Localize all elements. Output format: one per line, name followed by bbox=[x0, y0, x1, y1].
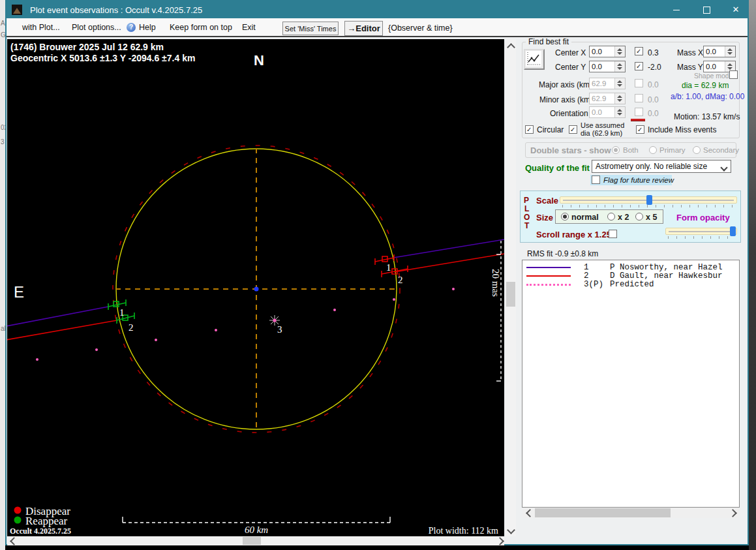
set-miss-times-button[interactable]: Set 'Miss' Times bbox=[282, 22, 339, 35]
size-x2-label: x 2 bbox=[618, 213, 629, 222]
shape-model-label: Shape model bbox=[694, 72, 734, 80]
scroll-up-icon[interactable] bbox=[507, 43, 515, 52]
center-y-fit-checkbox[interactable] bbox=[635, 62, 643, 70]
desktop-sliver bbox=[749, 0, 756, 550]
include-miss-checkbox[interactable] bbox=[636, 125, 644, 134]
east-label: E bbox=[14, 283, 24, 301]
title-bar[interactable]: Plot event observations : Occult v.4.202… bbox=[7, 1, 748, 18]
double-secondary-radio[interactable] bbox=[693, 146, 701, 154]
star-marker-center bbox=[273, 318, 276, 322]
plot-vertical-scrollbar[interactable] bbox=[506, 39, 516, 536]
reappear-legend-label: Reappear bbox=[25, 515, 68, 527]
center-y-label: Center Y bbox=[555, 63, 586, 72]
size-normal-radio[interactable] bbox=[561, 213, 569, 221]
include-miss-label: Include Miss events bbox=[648, 125, 716, 134]
form-opacity-slider[interactable] bbox=[665, 228, 737, 235]
double-primary-radio[interactable] bbox=[649, 146, 657, 154]
scroll-down-icon[interactable] bbox=[507, 526, 515, 534]
mass-x-label: Mass X bbox=[677, 48, 703, 57]
double-both-label: Both bbox=[623, 146, 639, 154]
scroll-range-label: Scroll range x 1.25 bbox=[536, 230, 611, 239]
circular-label: Circular bbox=[537, 125, 564, 134]
scroll-range-checkbox[interactable] bbox=[609, 230, 617, 238]
mass-x-spinner[interactable]: 0.0 bbox=[703, 46, 736, 57]
double-both-radio[interactable] bbox=[612, 146, 620, 154]
disappear-legend-dot bbox=[14, 507, 22, 514]
scroll-right-icon[interactable] bbox=[496, 537, 504, 545]
observer-time-label: {Observer & time} bbox=[388, 23, 453, 33]
plot-horizontal-scrollbar[interactable] bbox=[7, 536, 504, 545]
observer-list-scrollbar[interactable] bbox=[522, 508, 739, 518]
fit-button[interactable] bbox=[524, 49, 545, 70]
app-icon bbox=[12, 5, 22, 15]
size-x5-radio[interactable] bbox=[635, 213, 643, 221]
major-axis-fit-checkbox[interactable] bbox=[635, 79, 643, 87]
find-best-fit-label: Find best fit bbox=[526, 37, 571, 46]
scale-slider[interactable] bbox=[560, 196, 737, 204]
flag-review-checkbox[interactable] bbox=[592, 176, 600, 184]
plot-header-line1: (1746) Brouwer 2025 Jul 12 62.9 km bbox=[10, 42, 164, 52]
shape-model-checkbox[interactable] bbox=[729, 70, 738, 79]
star-label: 3 bbox=[277, 324, 282, 335]
scroll-right-icon[interactable] bbox=[729, 509, 737, 517]
chord1-disappear-label: 1 bbox=[386, 262, 391, 273]
scale-slider-thumb[interactable] bbox=[646, 195, 652, 205]
observer-number: 3(P) bbox=[584, 280, 603, 289]
menu-exit[interactable]: Exit bbox=[242, 23, 256, 32]
center-x-spinner[interactable]: 0.0 bbox=[589, 46, 626, 57]
scroll-left-icon[interactable] bbox=[10, 537, 18, 545]
form-opacity-label: Form opacity bbox=[676, 213, 730, 222]
motion-text: Motion: 13.57 km/s bbox=[674, 112, 740, 121]
mas-scale-label: 20 mas bbox=[491, 269, 501, 297]
background-fragment: 3 bbox=[1, 138, 5, 145]
center-y-spinner[interactable]: 0.0 bbox=[589, 61, 626, 72]
background-window-sliver: A G 02 3 al bbox=[0, 0, 5, 550]
menu-with-plot[interactable]: with Plot... bbox=[22, 23, 60, 32]
orientation-spinner[interactable]: 0.0 bbox=[589, 106, 626, 118]
axis-ratio-text: a/b: 1.00, dMag: 0.00 bbox=[671, 92, 744, 101]
minimize-button[interactable] bbox=[667, 1, 686, 18]
chord2-right bbox=[394, 254, 504, 272]
help-icon[interactable]: ? bbox=[127, 23, 136, 32]
background-fragment: G bbox=[1, 31, 5, 38]
plot-width-label: Plot width: 112 km bbox=[429, 526, 498, 536]
close-button[interactable]: ✕ bbox=[726, 1, 746, 18]
form-opacity-slider-ticks bbox=[668, 236, 734, 239]
center-x-fit-checkbox[interactable] bbox=[635, 47, 643, 55]
plot-panel-letter-p: P bbox=[524, 196, 529, 205]
quality-dropdown[interactable]: Astrometry only. No reliable size bbox=[592, 160, 731, 173]
maximize-button[interactable] bbox=[697, 1, 716, 18]
orientation-fit-checkbox[interactable] bbox=[635, 108, 643, 116]
scale-slider-ticks bbox=[562, 205, 734, 207]
menu-keep-form-on-top[interactable]: Keep form on top bbox=[170, 23, 232, 32]
observer-name: Predicted bbox=[610, 280, 654, 289]
menu-help[interactable]: Help bbox=[139, 23, 156, 32]
list-scroll-thumb[interactable] bbox=[535, 508, 671, 517]
predicted-line-swatch bbox=[526, 284, 571, 286]
form-opacity-slider-thumb[interactable] bbox=[730, 226, 736, 236]
use-assumed-label-line1: Use assumed bbox=[581, 121, 624, 129]
scale-label: Scale bbox=[536, 196, 558, 206]
minor-axis-spinner[interactable]: 62.9 bbox=[589, 93, 626, 104]
plot-version-label: Occult 4.2025.7.25 bbox=[10, 527, 71, 536]
observer-name: D Gault, near Hawkesbur bbox=[610, 271, 723, 281]
observer-number: 2 bbox=[584, 271, 589, 281]
size-x2-radio[interactable] bbox=[607, 213, 615, 221]
observer-list[interactable]: 1 P Nosworthy, near Hazel 2 D Gault, nea… bbox=[522, 260, 740, 508]
scroll-left-icon[interactable] bbox=[526, 509, 534, 517]
occultation-plot[interactable]: 1 2 1 2 3 (1746) Brouwer 2025 Jul 12 62.… bbox=[7, 39, 504, 536]
major-axis-spinner[interactable]: 62.9 bbox=[589, 78, 626, 89]
fit-chart-icon bbox=[525, 50, 542, 67]
plot-canvas: 1 2 1 2 3 (1746) Brouwer 2025 Jul 12 62.… bbox=[7, 39, 504, 536]
use-assumed-checkbox[interactable] bbox=[569, 125, 577, 134]
circular-checkbox[interactable] bbox=[525, 125, 534, 134]
minor-axis-fit-checkbox[interactable] bbox=[635, 94, 643, 102]
plot-vscroll-thumb[interactable] bbox=[506, 282, 515, 307]
background-fragment: al bbox=[1, 325, 5, 332]
diameter-text: dia = 62.9 km bbox=[682, 81, 729, 90]
chord1-right bbox=[393, 239, 504, 258]
editor-button[interactable]: →Editor bbox=[344, 21, 383, 36]
menu-plot-options[interactable]: Plot options... bbox=[72, 23, 121, 32]
km-scale-label: 60 km bbox=[245, 525, 268, 535]
plot-hscroll-thumb[interactable] bbox=[243, 537, 261, 545]
